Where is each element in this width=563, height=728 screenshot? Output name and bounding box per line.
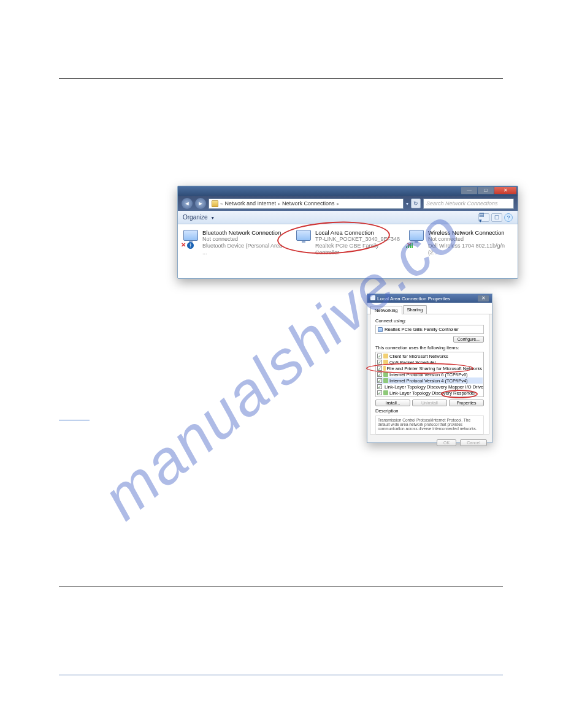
connection-status: Not connected xyxy=(428,236,514,243)
breadcrumb-separator: ▸ xyxy=(278,201,280,207)
connection-status: Not connected xyxy=(202,236,288,243)
dropdown-chevron-icon[interactable]: ▾ xyxy=(406,201,408,207)
connect-using-label: Connect using: xyxy=(375,318,484,324)
signal-bars-icon xyxy=(406,242,413,248)
item-label: Internet Protocol Version 4 (TCP/IPv4) xyxy=(389,378,468,384)
checkbox-icon[interactable]: ✓ xyxy=(377,354,382,358)
connection-device: Bluetooth Device (Personal Area ... xyxy=(202,243,288,256)
nav-back-button[interactable]: ◄ xyxy=(182,198,193,209)
window-titlebar[interactable]: — □ ✕ xyxy=(178,186,518,196)
connection-wireless[interactable]: ✕ Wireless Network Connection Not connec… xyxy=(407,229,514,256)
nav-forward-button[interactable]: ► xyxy=(195,198,206,209)
dialog-footer: OK Cancel xyxy=(367,437,492,449)
item-label: Client for Microsoft Networks xyxy=(389,354,448,359)
folder-icon xyxy=(212,200,218,207)
horizontal-rule xyxy=(59,586,503,586)
description-text: Transmission Control Protocol/Internet P… xyxy=(375,415,484,435)
checkbox-icon[interactable]: ✓ xyxy=(377,378,382,383)
tab-bar: Networking Sharing xyxy=(367,303,492,314)
dialog-titlebar[interactable]: Local Area Connection Properties ✕ xyxy=(367,294,492,303)
protocol-icon xyxy=(383,390,388,395)
breadcrumb-bar[interactable]: « Network and Internet ▸ Network Connect… xyxy=(209,199,404,209)
checkbox-icon[interactable]: ✓ xyxy=(377,372,382,377)
breadcrumb-item[interactable]: Network Connections xyxy=(282,200,335,207)
address-toolbar: ◄ ► « Network and Internet ▸ Network Con… xyxy=(178,196,518,211)
help-button[interactable]: ? xyxy=(504,213,513,222)
network-adapter-icon xyxy=(378,327,383,332)
dialog-title: Local Area Connection Properties xyxy=(377,296,450,301)
checkbox-icon[interactable]: ✓ xyxy=(377,390,382,395)
organize-menu[interactable]: Organize ▼ xyxy=(183,214,215,221)
list-item-selected[interactable]: ✓Internet Protocol Version 4 (TCP/IPv4) xyxy=(377,377,483,384)
connection-bluetooth[interactable]: ✕ ᚼ Bluetooth Network Connection Not con… xyxy=(182,229,288,256)
breadcrumb-separator: « xyxy=(220,201,223,207)
organize-label: Organize xyxy=(183,214,208,221)
window-close-button[interactable]: ✕ xyxy=(494,187,516,194)
preview-pane-button[interactable]: ☐ xyxy=(491,213,502,222)
description-label: Description xyxy=(375,408,484,414)
ok-button[interactable]: OK xyxy=(437,439,456,446)
breadcrumb-item[interactable]: Network and Internet xyxy=(224,200,276,207)
client-icon xyxy=(383,354,388,358)
horizontal-rule xyxy=(59,78,503,79)
chevron-down-icon: ▼ xyxy=(209,216,215,220)
item-label: Link-Layer Topology Discovery Mapper I/O… xyxy=(385,384,484,390)
dialog-close-button[interactable]: ✕ xyxy=(478,295,489,301)
window-minimize-button[interactable]: — xyxy=(461,187,477,194)
annotation-circle xyxy=(441,390,478,398)
list-item[interactable]: ✓Client for Microsoft Networks xyxy=(377,353,483,359)
adapter-field: Realtek PCIe GBE Family Controller xyxy=(375,325,484,334)
configure-button[interactable]: Configure... xyxy=(453,336,484,343)
link-underline-fragment xyxy=(59,420,90,420)
disconnected-badge-icon: ✕ xyxy=(180,242,186,248)
view-options-button[interactable]: ▤ ▾ xyxy=(478,213,489,222)
wireless-connection-icon: ✕ xyxy=(407,229,426,248)
footer-rule xyxy=(59,675,503,675)
install-button[interactable]: Install... xyxy=(375,400,410,406)
protocol-icon xyxy=(383,378,388,383)
tab-networking[interactable]: Networking xyxy=(370,306,402,314)
adapter-name: Realtek PCIe GBE Family Controller xyxy=(385,327,459,332)
items-label: This connection uses the following items… xyxy=(375,345,484,351)
refresh-button[interactable]: ↻ xyxy=(411,199,421,208)
connection-name: Wireless Network Connection xyxy=(428,229,514,236)
checkbox-icon[interactable]: ✓ xyxy=(377,384,382,389)
breadcrumb-separator: ▸ xyxy=(337,201,339,207)
cancel-button[interactable]: Cancel xyxy=(460,439,487,446)
tab-sharing[interactable]: Sharing xyxy=(403,305,427,314)
list-item[interactable]: ✓Link-Layer Topology Discovery Mapper I/… xyxy=(377,384,483,390)
bluetooth-symbol-icon: ᚼ xyxy=(187,242,194,249)
bluetooth-connection-icon: ✕ ᚼ xyxy=(182,229,200,248)
connection-name: Bluetooth Network Connection xyxy=(202,229,288,236)
annotation-circle xyxy=(366,363,473,374)
dialog-body: Connect using: Realtek PCIe GBE Family C… xyxy=(370,314,489,434)
properties-button[interactable]: Properties xyxy=(449,400,484,406)
uninstall-button: Uninstall xyxy=(412,400,447,406)
window-maximize-button[interactable]: □ xyxy=(478,187,494,194)
search-input[interactable]: Search Network Connections xyxy=(423,199,514,209)
connection-device: Dell Wireless 1704 802.11b/g/n (2... xyxy=(428,243,514,256)
dialog-icon xyxy=(370,295,375,300)
